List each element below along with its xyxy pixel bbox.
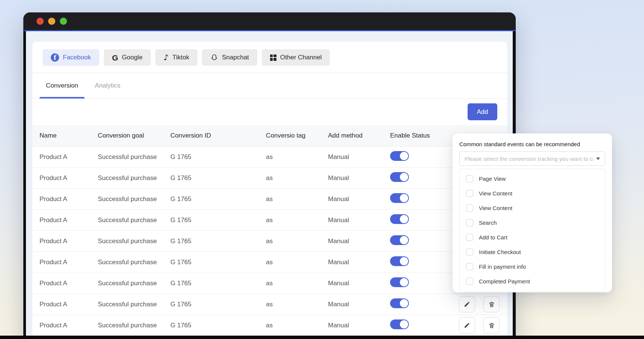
channel-label: Google: [122, 54, 143, 61]
column-header: Conversio tag: [266, 132, 328, 139]
enable-status-toggle[interactable]: [390, 256, 409, 266]
enable-status-toggle[interactable]: [390, 277, 409, 287]
minimize-window-button[interactable]: [48, 18, 55, 25]
window-body: f Facebook G Google ♪ Tiktok: [26, 31, 513, 339]
zoom-window-button[interactable]: [60, 18, 67, 25]
table-toolbar: Add: [32, 99, 507, 125]
event-option[interactable]: View Content: [466, 201, 601, 215]
cell-add-method: Manual: [328, 195, 390, 203]
toggle-knob: [400, 215, 408, 223]
active-tab-underline: [39, 97, 85, 98]
cell-add-method: Manual: [328, 153, 390, 161]
column-header: Conversion goal: [98, 132, 170, 139]
channel-facebook[interactable]: f Facebook: [43, 49, 99, 66]
checkbox[interactable]: [466, 204, 473, 212]
snapchat-ghost-icon: [210, 54, 218, 62]
tab-label: Conversion: [46, 82, 78, 89]
channel-tiktok[interactable]: ♪ Tiktok: [155, 49, 197, 66]
cell-conversion-id: G 1765: [170, 259, 266, 266]
table-row: Product A Successful purchase G 1765 as …: [32, 210, 507, 231]
checkbox[interactable]: [466, 248, 473, 256]
event-option-label: Search: [479, 219, 497, 226]
tab-conversion[interactable]: Conversion: [46, 73, 78, 98]
table-row: Product A Successful purchase G 1765 as …: [32, 189, 507, 210]
cell-conversion-goal: Successful purchase: [98, 259, 170, 266]
toggle-knob: [400, 173, 408, 181]
checkbox[interactable]: [466, 234, 473, 241]
column-header: Name: [39, 132, 98, 139]
cell-conversion-goal: Successful purchase: [98, 174, 170, 182]
enable-status-toggle[interactable]: [390, 298, 409, 308]
screenshot-stage: f Facebook G Google ♪ Tiktok: [0, 0, 644, 339]
event-option[interactable]: Search: [466, 215, 601, 230]
cell-add-method: Manual: [328, 322, 390, 329]
cell-conversion-id: G 1765: [170, 153, 266, 161]
conversion-table: Name Conversion goal Conversion ID Conve…: [32, 125, 507, 336]
channel-snapchat[interactable]: Snapchat: [202, 49, 257, 66]
trash-icon: [488, 301, 495, 308]
cell-name: Product A: [39, 174, 98, 182]
trash-icon: [488, 322, 495, 329]
table-row: Product A Successful purchase G 1765 as …: [32, 315, 507, 336]
event-option-label: Completed Payment: [479, 278, 530, 285]
cell-conversion-goal: Successful purchase: [98, 280, 170, 287]
table-header: Name Conversion goal Conversion ID Conve…: [32, 125, 507, 147]
channel-label: Snapchat: [222, 54, 249, 61]
checkbox[interactable]: [466, 278, 473, 285]
cell-add-method: Manual: [328, 174, 390, 182]
checkbox[interactable]: [466, 263, 473, 270]
channel-google[interactable]: G Google: [104, 49, 151, 66]
delete-button[interactable]: [483, 296, 500, 312]
cell-name: Product A: [39, 195, 98, 203]
channel-label: Tiktok: [172, 54, 189, 61]
event-option[interactable]: View Content: [466, 186, 601, 201]
checkbox[interactable]: [466, 190, 473, 197]
column-header: Enable Status: [390, 132, 450, 139]
edit-button[interactable]: [459, 317, 475, 333]
event-options-list: Page View View Content View Content Sear…: [459, 169, 605, 292]
cell-conversion-tag: as: [266, 322, 328, 329]
checkbox[interactable]: [466, 175, 473, 182]
cell-conversion-tag: as: [266, 301, 328, 308]
enable-status-toggle[interactable]: [390, 172, 409, 182]
enable-status-toggle[interactable]: [390, 235, 409, 245]
cell-conversion-id: G 1765: [170, 322, 266, 329]
cell-conversion-id: G 1765: [170, 280, 266, 287]
cell-conversion-goal: Successful purchase: [98, 216, 170, 224]
cell-conversion-tag: as: [266, 174, 328, 182]
facebook-icon: f: [51, 53, 59, 62]
event-option-label: Add to Cart: [479, 234, 507, 241]
table-row: Product A Successful purchase G 1765 as …: [32, 168, 507, 189]
close-window-button[interactable]: [36, 18, 44, 25]
event-option[interactable]: Add to Cart: [466, 230, 601, 245]
tab-bar: Conversion Analytics: [32, 73, 507, 98]
event-option[interactable]: Page View: [466, 171, 601, 186]
event-option[interactable]: Fill in payment info: [466, 259, 601, 274]
cell-conversion-id: G 1765: [170, 174, 266, 182]
add-button[interactable]: Add: [468, 103, 497, 120]
column-header: Add method: [328, 132, 390, 139]
event-option-label: Fill in payment info: [479, 263, 526, 270]
event-option-label: View Content: [479, 190, 512, 197]
channel-label: Facebook: [63, 54, 91, 61]
enable-status-toggle[interactable]: [390, 214, 409, 224]
event-option[interactable]: Completed Payment: [466, 274, 601, 289]
cell-name: Product A: [39, 153, 98, 161]
channel-other[interactable]: Other Channel: [262, 49, 330, 66]
cell-conversion-id: G 1765: [170, 195, 266, 203]
cell-add-method: Manual: [328, 238, 390, 245]
cell-conversion-tag: as: [266, 259, 328, 266]
delete-button[interactable]: [483, 317, 500, 333]
edit-button[interactable]: [459, 296, 475, 312]
cell-conversion-tag: as: [266, 216, 328, 224]
enable-status-toggle[interactable]: [390, 319, 409, 329]
window-titlebar: [23, 12, 516, 30]
checkbox[interactable]: [466, 219, 473, 226]
conversion-tracking-select[interactable]: Please select the conversion tracking yo…: [459, 151, 605, 166]
toggle-knob: [400, 257, 408, 265]
cell-conversion-tag: as: [266, 280, 328, 287]
enable-status-toggle[interactable]: [390, 151, 409, 161]
event-option[interactable]: Initiate Checkout: [466, 245, 601, 259]
tab-analytics[interactable]: Analytics: [95, 73, 120, 98]
enable-status-toggle[interactable]: [390, 193, 409, 203]
